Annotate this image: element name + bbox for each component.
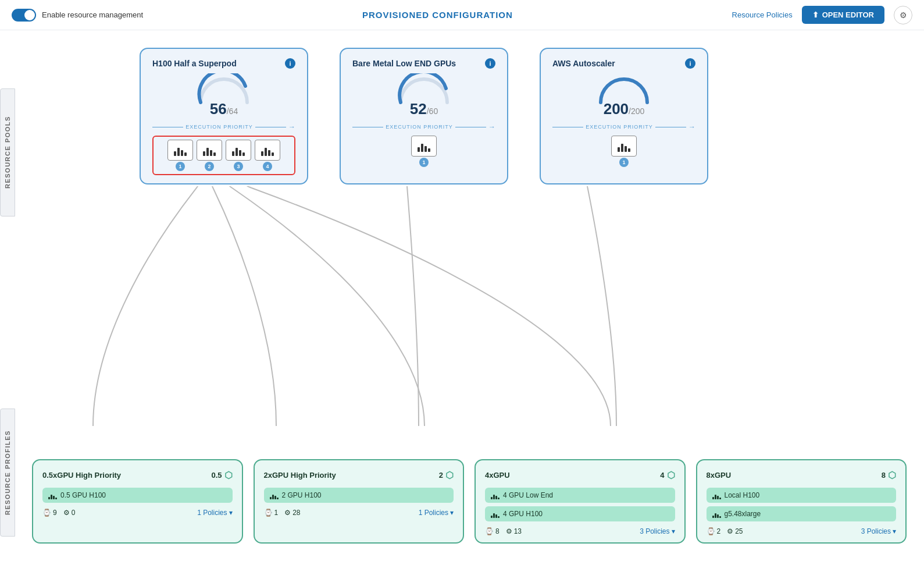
profile-card-8xgpu: 8xGPU 8 ⬡ Local H100 xyxy=(696,459,907,544)
resource-profiles-label: RESOURCE PROFILES xyxy=(0,409,15,537)
profile-card-2xgpu: 2xGPU High Priority 2 ⬡ 2 GPU H100 ⌚ xyxy=(254,459,465,544)
pool-profile-icon-3[interactable]: 3 xyxy=(226,140,251,171)
profile-item-bars-8b xyxy=(712,510,721,518)
idle-icon-8: ⚙ xyxy=(727,527,733,535)
profile-item-2xgpu-1[interactable]: 2 GPU H100 xyxy=(264,488,454,503)
policies-btn-4xgpu[interactable]: 3 Policies ▾ xyxy=(640,527,675,535)
profile-item-8xgpu-1[interactable]: Local H100 xyxy=(707,488,897,503)
running-jobs-2xgpu: ⌚ 1 ⚙ 28 xyxy=(264,509,301,517)
policies-btn-05xgpu[interactable]: 1 Policies ▾ xyxy=(197,509,232,517)
exec-priority-aws: EXECUTION PRIORITY → xyxy=(552,123,695,131)
running-jobs-icon: ⌚ xyxy=(42,509,51,517)
pool-card-header-bare: Bare Metal Low END GPUs i xyxy=(352,58,495,69)
profile-gpus-05xgpu: 0.5 ⬡ xyxy=(211,470,232,481)
profile-item-bars-8a xyxy=(712,491,721,499)
profile-header-05xgpu: 0.5xGPU High Priority 0.5 ⬡ xyxy=(42,470,233,481)
resource-policies-link[interactable]: Resource Policies xyxy=(732,10,793,19)
pool-info-icon-aws[interactable]: i xyxy=(685,58,695,69)
running-jobs-icon-8: ⌚ xyxy=(707,527,715,535)
exec-priority-arrow-bare: → xyxy=(488,123,495,131)
chevron-down-icon: ▾ xyxy=(229,509,233,517)
resource-pools-label: RESOURCE POOLS xyxy=(0,88,15,216)
gpu-chip-icon: ⬡ xyxy=(224,470,233,481)
policies-btn-2xgpu[interactable]: 1 Policies ▾ xyxy=(419,509,454,517)
exec-priority-label: EXECUTION PRIORITY xyxy=(185,124,253,130)
pool-total-h100: /64 xyxy=(227,106,238,116)
pool-card-header: H100 Half a Superpod i xyxy=(152,58,295,69)
main-content: RESOURCE POOLS RESOURCE PROFILES H100 Ha… xyxy=(0,30,924,561)
open-editor-button[interactable]: ⬆ OPEN EDITOR xyxy=(802,6,884,24)
top-bar: Enable resource management PROVISIONED C… xyxy=(0,0,924,30)
settings-icon: ⚙ xyxy=(900,10,907,20)
profile-footer-4xgpu: ⌚ 8 ⚙ 13 3 Policies ▾ xyxy=(485,527,675,535)
profile-gpus-4xgpu: 4 ⬡ xyxy=(660,470,675,481)
pool-profiles-aws: 1 xyxy=(552,136,695,167)
running-jobs-05xgpu: ⌚ 9 ⚙ 0 xyxy=(42,509,75,517)
exec-priority-h100: EXECUTION PRIORITY → xyxy=(152,123,295,131)
pools-row: H100 Half a Superpod i 56/64 EXECUTION P… xyxy=(140,48,895,184)
gpu-chip-icon-2: ⬡ xyxy=(445,470,454,481)
profile-card-05xgpu: 0.5xGPU High Priority 0.5 ⬡ 0.5 GPU H100… xyxy=(32,459,243,544)
pool-profile-icon-2[interactable]: 2 xyxy=(197,140,222,171)
profile-item-4xgpu-2[interactable]: 4 GPU H100 xyxy=(485,506,675,521)
profile-footer-05xgpu: ⌚ 9 ⚙ 0 1 Policies ▾ xyxy=(42,509,233,517)
running-jobs-icon-2: ⌚ xyxy=(264,509,273,517)
pool-card-bare-metal: Bare Metal Low END GPUs i 52/60 EXECUTIO… xyxy=(340,48,508,184)
pool-info-icon-h100[interactable]: i xyxy=(285,58,295,69)
toggle-area: Enable resource management xyxy=(12,9,143,22)
profile-item-bars-4b xyxy=(491,510,500,518)
pool-profile-icon-1[interactable]: 1 xyxy=(167,140,193,171)
pool-profile-icon-bare-1[interactable]: 1 xyxy=(411,136,437,167)
pool-profiles-bare: 1 xyxy=(352,136,495,167)
enable-resource-toggle[interactable] xyxy=(12,9,36,22)
upload-icon: ⬆ xyxy=(812,10,819,19)
pool-card-header-aws: AWS Autoscaler i xyxy=(552,58,695,69)
pool-profiles-h100-selected: 1 2 xyxy=(152,136,295,175)
running-jobs-4xgpu: ⌚ 8 ⚙ 13 xyxy=(485,527,522,535)
pool-current-aws: 200 xyxy=(604,100,629,118)
gauge-area-bare: 52/60 xyxy=(352,73,495,118)
idle-icon-2: ⚙ xyxy=(284,509,291,517)
profile-item-bars-2 xyxy=(270,491,279,499)
profile-footer-8xgpu: ⌚ 2 ⚙ 25 3 Policies ▾ xyxy=(707,527,897,535)
pool-title-h100: H100 Half a Superpod xyxy=(152,59,237,68)
running-jobs-8xgpu: ⌚ 2 ⚙ 25 xyxy=(707,527,743,535)
pool-current-bare: 52 xyxy=(410,100,427,118)
pool-profile-icon-aws-1[interactable]: 1 xyxy=(611,136,637,167)
pool-total-bare: /60 xyxy=(427,106,438,116)
pool-total-aws: /200 xyxy=(629,106,644,116)
profile-item-4xgpu-1[interactable]: 4 GPU Low End xyxy=(485,488,675,503)
settings-icon-button[interactable]: ⚙ xyxy=(894,6,912,24)
idle-icon: ⚙ xyxy=(63,509,70,517)
pool-card-h100: H100 Half a Superpod i 56/64 EXECUTION P… xyxy=(140,48,308,184)
profile-item-8xgpu-2[interactable]: g5.48xlarge xyxy=(707,506,897,521)
gauge-area-h100: 56/64 xyxy=(152,73,295,118)
profile-header-8xgpu: 8xGPU 8 ⬡ xyxy=(707,470,897,481)
top-right-actions: Resource Policies ⬆ OPEN EDITOR ⚙ xyxy=(732,6,912,24)
profile-gpus-2xgpu: 2 ⬡ xyxy=(439,470,454,481)
profile-header-2xgpu: 2xGPU High Priority 2 ⬡ xyxy=(264,470,454,481)
profile-gpus-8xgpu: 8 ⬡ xyxy=(882,470,896,481)
exec-priority-arrow: → xyxy=(288,123,295,131)
profile-title-4xgpu: 4xGPU xyxy=(485,471,510,480)
profile-item-bars xyxy=(48,491,57,499)
pool-info-icon-bare[interactable]: i xyxy=(485,58,495,69)
running-jobs-icon-4: ⌚ xyxy=(485,527,494,535)
profile-card-4xgpu: 4xGPU 4 ⬡ 4 GPU Low End xyxy=(475,459,686,544)
profiles-row: 0.5xGPU High Priority 0.5 ⬡ 0.5 GPU H100… xyxy=(32,459,907,544)
chevron-down-icon-8: ▾ xyxy=(893,527,896,535)
profile-footer-2xgpu: ⌚ 1 ⚙ 28 1 Policies ▾ xyxy=(264,509,454,517)
exec-priority-label-bare: EXECUTION PRIORITY xyxy=(386,124,453,130)
exec-priority-arrow-aws: → xyxy=(688,123,695,131)
gpu-chip-icon-8: ⬡ xyxy=(888,470,896,481)
pool-current-h100: 56 xyxy=(210,100,227,118)
profile-title-05xgpu: 0.5xGPU High Priority xyxy=(42,471,121,480)
policies-btn-8xgpu[interactable]: 3 Policies ▾ xyxy=(861,527,896,535)
pool-profile-icon-4[interactable]: 4 xyxy=(255,140,280,171)
pool-title-aws: AWS Autoscaler xyxy=(552,59,615,68)
profile-title-8xgpu: 8xGPU xyxy=(707,471,732,480)
chevron-down-icon-4: ▾ xyxy=(672,527,675,535)
profile-item-05xgpu-1[interactable]: 0.5 GPU H100 xyxy=(42,488,233,503)
toggle-label: Enable resource management xyxy=(42,10,143,19)
chevron-down-icon-2: ▾ xyxy=(450,509,454,517)
